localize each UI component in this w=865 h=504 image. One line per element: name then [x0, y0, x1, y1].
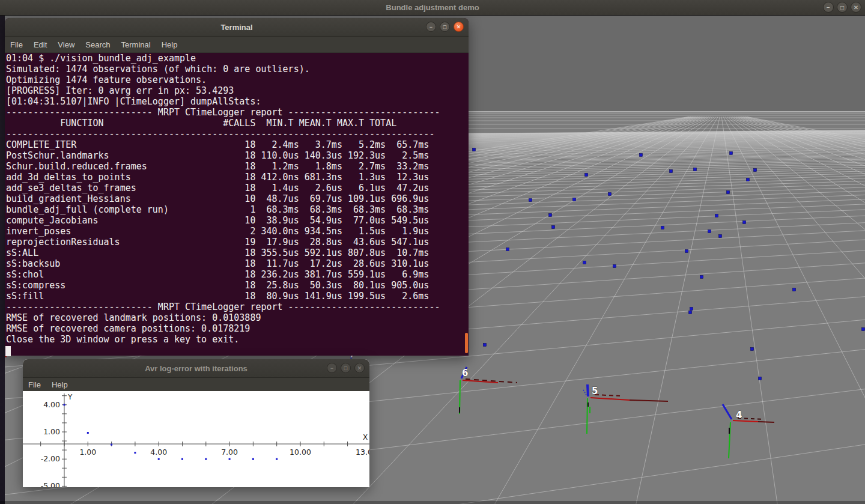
desktop: 7654 Bundle adjustment demo − □ ✕ Termin… [0, 0, 865, 504]
close-button[interactable]: ✕ [851, 2, 861, 13]
main-window-title: Bundle adjustment demo [386, 3, 479, 12]
minimize-button[interactable]: − [823, 2, 834, 13]
plot-window-title: Avr log-error with iterations [145, 364, 247, 373]
terminal-output: 01:04 $ ./vision_bundle_adj_example Simu… [5, 53, 469, 345]
svg-text:-2.00: -2.00 [41, 454, 60, 463]
plot-canvas-container: 1.004.007.0010.0013.04.001.00-2.00-5.00Y… [23, 391, 369, 487]
terminal-title: Terminal [220, 23, 252, 32]
plot-close-button[interactable]: ✕ [354, 363, 365, 373]
svg-text:Y: Y [67, 393, 73, 401]
terminal-minimize-button[interactable]: − [426, 22, 436, 32]
terminal-maximize-button[interactable]: □ [440, 22, 450, 32]
svg-text:5: 5 [592, 386, 598, 396]
terminal-close-button[interactable]: ✕ [454, 22, 464, 32]
maximize-button[interactable]: □ [837, 2, 848, 13]
svg-text:X: X [363, 433, 368, 442]
terminal-titlebar[interactable]: Terminal − □ ✕ [5, 18, 469, 37]
svg-text:13.0: 13.0 [356, 448, 369, 457]
plot-minimize-button[interactable]: − [327, 363, 337, 373]
svg-text:4.00: 4.00 [150, 448, 167, 457]
plot-canvas[interactable]: 1.004.007.0010.0013.04.001.00-2.00-5.00Y… [23, 391, 369, 487]
svg-text:4: 4 [736, 410, 742, 421]
svg-text:4.00: 4.00 [43, 400, 60, 409]
svg-text:-5.00: -5.00 [41, 481, 60, 487]
plot-menu-help[interactable]: Help [46, 378, 73, 392]
viewport-left-edge [0, 15, 5, 504]
plot-maximize-button[interactable]: □ [341, 363, 351, 373]
terminal-window-controls: − □ ✕ [426, 22, 464, 32]
terminal-menubar: File Edit View Search Terminal Help [5, 37, 469, 53]
menu-edit[interactable]: Edit [28, 38, 52, 52]
main-titlebar[interactable]: Bundle adjustment demo − □ ✕ [0, 0, 865, 16]
menu-help[interactable]: Help [156, 38, 183, 52]
plot-window[interactable]: Avr log-error with iterations − □ ✕ File… [23, 359, 369, 487]
menu-search[interactable]: Search [80, 38, 115, 52]
menu-view[interactable]: View [52, 38, 80, 52]
svg-text:10.00: 10.00 [290, 448, 311, 457]
svg-text:7.00: 7.00 [221, 448, 238, 457]
viewport-bottom-edge [0, 501, 865, 504]
terminal-body[interactable]: 01:04 $ ./vision_bundle_adj_example Simu… [5, 53, 469, 357]
terminal-window[interactable]: Terminal − □ ✕ File Edit View Search Ter… [5, 18, 469, 356]
menu-terminal[interactable]: Terminal [116, 38, 156, 52]
svg-text:1.00: 1.00 [43, 427, 60, 436]
menu-file[interactable]: File [5, 38, 28, 52]
plot-menu-file[interactable]: File [23, 378, 46, 392]
plot-window-controls: − □ ✕ [327, 363, 365, 373]
terminal-cursor [5, 346, 11, 356]
plot-titlebar[interactable]: Avr log-error with iterations − □ ✕ [23, 359, 369, 378]
svg-text:1.00: 1.00 [79, 448, 96, 457]
svg-text:6: 6 [462, 368, 468, 378]
terminal-scrollbar[interactable] [465, 333, 468, 353]
plot-menubar: File Help [23, 378, 369, 391]
main-window-controls: − □ ✕ [823, 2, 861, 13]
